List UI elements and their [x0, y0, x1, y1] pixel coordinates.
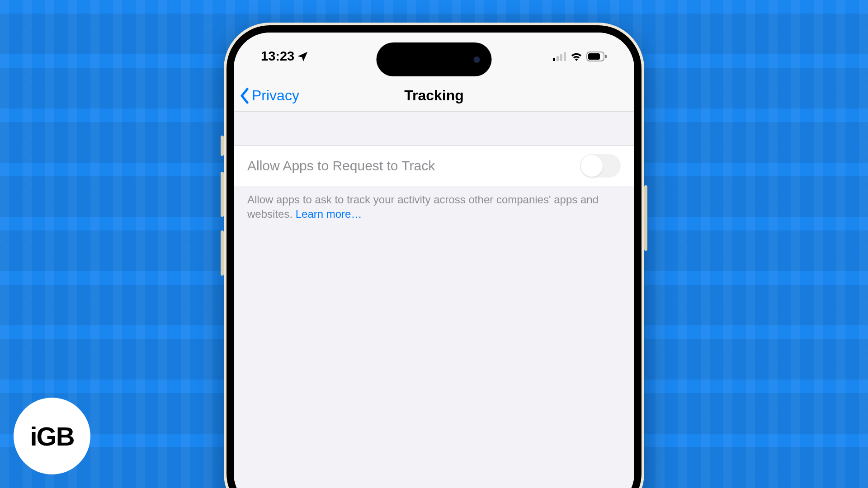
dynamic-island: [377, 42, 492, 76]
cellular-icon: [553, 52, 566, 61]
status-time: 13:23: [261, 49, 294, 64]
phone-volume-down-button: [221, 230, 224, 276]
phone-screen: 13:23: [234, 33, 634, 488]
page-title: Tracking: [404, 87, 464, 104]
navigation-bar: Privacy Tracking: [234, 80, 634, 112]
location-icon: [298, 52, 308, 61]
svg-rect-1: [557, 56, 559, 61]
status-right: [553, 52, 607, 61]
allow-tracking-row: Allow Apps to Request to Track: [234, 145, 634, 186]
back-label: Privacy: [252, 87, 299, 104]
wifi-icon: [570, 52, 583, 61]
phone-power-button: [644, 185, 647, 251]
igb-logo-badge: iGB: [14, 398, 90, 474]
svg-rect-2: [560, 54, 562, 61]
svg-rect-5: [588, 53, 600, 60]
learn-more-link[interactable]: Learn more…: [296, 208, 362, 220]
battery-icon: [586, 52, 607, 61]
phone-bezel: 13:23: [226, 25, 642, 488]
chevron-left-icon: [239, 88, 250, 104]
back-button[interactable]: Privacy: [234, 87, 299, 104]
svg-rect-0: [553, 58, 555, 61]
section-spacer: [234, 112, 634, 145]
allow-tracking-toggle[interactable]: [580, 154, 621, 178]
content-area: Allow Apps to Request to Track Allow app…: [234, 112, 634, 488]
svg-rect-6: [605, 55, 607, 58]
phone-side-button: [221, 136, 224, 156]
tracking-description: Allow apps to ask to track your activity…: [234, 186, 634, 228]
igb-logo-text: iGB: [30, 421, 74, 451]
allow-tracking-label: Allow Apps to Request to Track: [247, 158, 435, 174]
toggle-knob: [581, 155, 603, 177]
svg-rect-3: [564, 52, 566, 61]
phone-volume-up-button: [221, 172, 224, 217]
status-left: 13:23: [261, 49, 308, 64]
phone-frame: 13:23: [224, 23, 644, 488]
